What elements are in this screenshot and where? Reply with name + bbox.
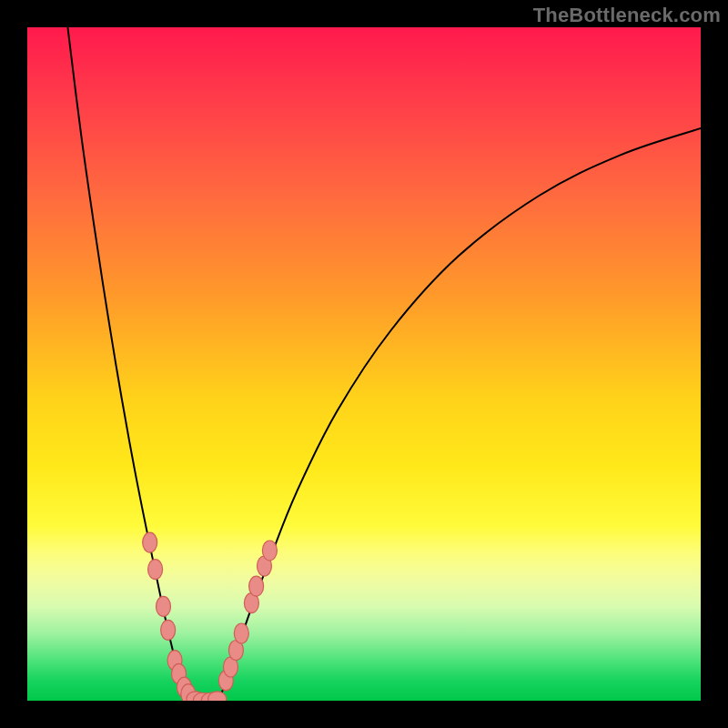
curve-marker — [234, 623, 248, 643]
chart-stage: TheBottleneck.com — [0, 0, 728, 728]
curve-marker — [161, 620, 176, 640]
curve-marker — [156, 596, 170, 616]
right-curve — [216, 128, 701, 701]
curve-marker — [148, 560, 163, 580]
curve-marker — [262, 541, 277, 561]
watermark-text: TheBottleneck.com — [533, 4, 721, 27]
left-curve — [67, 27, 196, 701]
curves-layer — [27, 27, 701, 701]
curve-marker — [143, 532, 157, 552]
plot-area — [27, 27, 701, 701]
curve-marker — [249, 576, 264, 596]
curve-markers — [143, 532, 278, 701]
